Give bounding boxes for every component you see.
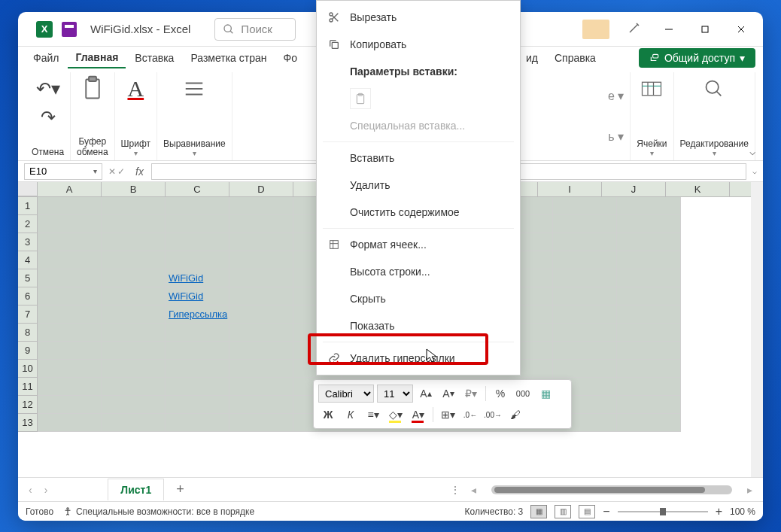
cell[interactable] (617, 414, 681, 432)
cell[interactable] (102, 360, 166, 378)
paste-icon[interactable] (79, 75, 106, 102)
cell[interactable] (553, 324, 617, 342)
cell[interactable] (229, 215, 293, 233)
cell[interactable] (38, 215, 102, 233)
undo-icon[interactable]: ↶▾ (35, 75, 62, 102)
cell[interactable] (166, 324, 229, 342)
cell[interactable] (38, 414, 102, 432)
decrease-decimal-icon[interactable]: .0← (460, 406, 480, 424)
cell[interactable] (102, 378, 166, 396)
accounting-format-icon[interactable]: ₽▾ (461, 385, 481, 403)
cell[interactable] (38, 233, 102, 251)
cell[interactable] (166, 396, 229, 414)
border-icon[interactable]: ⊞▾ (438, 406, 457, 424)
confirm-icon[interactable]: ✓ (117, 166, 125, 177)
redo-icon[interactable]: ↷ (35, 104, 62, 131)
row-header[interactable]: 5 (18, 269, 38, 287)
sheet-options[interactable]: ⋮ (450, 484, 462, 496)
view-normal[interactable]: ▦ (530, 505, 547, 518)
cell[interactable] (617, 342, 681, 360)
ctx-insert[interactable]: Вставить (317, 144, 520, 172)
tab-file[interactable]: Файл (26, 48, 66, 68)
row-header[interactable]: 1 (18, 197, 38, 215)
cell[interactable] (553, 342, 617, 360)
cell[interactable] (102, 287, 166, 306)
add-sheet-button[interactable]: + (170, 479, 190, 500)
cell[interactable] (102, 414, 166, 432)
col-header[interactable]: A (38, 182, 102, 196)
cell[interactable] (229, 269, 293, 287)
wand-icon[interactable] (618, 15, 650, 44)
increase-decimal-icon[interactable]: .00→ (483, 406, 503, 424)
font-icon[interactable]: A (122, 75, 149, 102)
cell[interactable] (553, 269, 617, 287)
col-header[interactable]: I (538, 182, 602, 196)
tab-formulas-cut[interactable]: Фо (276, 48, 305, 68)
vertical-scrollbar[interactable] (751, 182, 763, 477)
row-header[interactable]: 7 (18, 306, 38, 324)
ctx-format-cells[interactable]: Формат ячеек... (317, 231, 520, 258)
cell[interactable] (102, 342, 166, 360)
cell[interactable] (553, 251, 617, 269)
cell[interactable] (102, 269, 166, 287)
cell[interactable] (166, 251, 229, 269)
row-header[interactable]: 11 (18, 378, 38, 396)
tab-insert[interactable]: Вставка (127, 48, 181, 68)
cell[interactable] (617, 287, 681, 306)
cell[interactable] (38, 287, 102, 306)
bold-button[interactable]: Ж (318, 406, 338, 424)
cell[interactable] (229, 342, 293, 360)
ctx-show[interactable]: Показать (317, 312, 520, 339)
row-header[interactable]: 8 (18, 324, 38, 342)
row-header[interactable]: 13 (18, 414, 38, 432)
cell[interactable] (38, 378, 102, 396)
col-header[interactable]: J (602, 182, 666, 196)
cell[interactable] (617, 396, 681, 414)
row-header[interactable]: 9 (18, 342, 38, 360)
format-painter2-icon[interactable]: 🖌 (506, 406, 525, 424)
cell[interactable] (229, 306, 293, 324)
cell[interactable] (617, 324, 681, 342)
cell[interactable] (553, 360, 617, 378)
cell[interactable] (38, 269, 102, 287)
cancel-icon[interactable]: ✕ (108, 166, 116, 177)
cell[interactable] (166, 233, 229, 251)
cell[interactable]: WiFiGid (166, 269, 229, 287)
font-select[interactable]: Calibri (318, 385, 374, 403)
ctx-remove-hyperlinks[interactable]: Удалить гиперссылки (317, 345, 520, 372)
font-color-icon[interactable]: A▾ (409, 406, 428, 424)
ribbon-collapse[interactable]: ⌵ (749, 145, 755, 157)
cell[interactable]: Гиперссылка (166, 306, 229, 324)
close-button[interactable] (724, 12, 758, 47)
fx-label[interactable]: fx (135, 166, 144, 178)
cell[interactable] (229, 396, 293, 414)
italic-button[interactable]: К (341, 406, 360, 424)
cell[interactable] (166, 414, 229, 432)
zoom-slider[interactable] (618, 511, 708, 512)
zoom-in[interactable]: + (716, 505, 722, 518)
cell[interactable] (166, 197, 229, 215)
hscroll-left[interactable]: ◂ (468, 481, 479, 499)
cell[interactable] (229, 378, 293, 396)
increase-font-icon[interactable]: A▴ (416, 385, 436, 403)
cell[interactable] (38, 396, 102, 414)
cell[interactable] (102, 251, 166, 269)
view-break[interactable]: ▤ (579, 505, 595, 518)
cell[interactable] (102, 306, 166, 324)
minimize-button[interactable] (652, 12, 686, 47)
row-header[interactable]: 10 (18, 360, 38, 378)
tab-help[interactable]: Справка (547, 48, 603, 68)
view-layout[interactable]: ▥ (555, 505, 571, 518)
sheet-nav-next[interactable]: › (41, 481, 51, 499)
save-icon[interactable] (62, 22, 77, 37)
cell[interactable] (553, 287, 617, 306)
cell[interactable] (553, 306, 617, 324)
fill-color-icon[interactable]: ◇▾ (386, 406, 406, 424)
cell[interactable] (102, 233, 166, 251)
cell[interactable] (166, 342, 229, 360)
cell[interactable] (166, 215, 229, 233)
tab-view-cut[interactable]: ид (518, 48, 545, 68)
cell[interactable] (102, 396, 166, 414)
cell[interactable] (617, 233, 681, 251)
cell[interactable] (229, 414, 293, 432)
